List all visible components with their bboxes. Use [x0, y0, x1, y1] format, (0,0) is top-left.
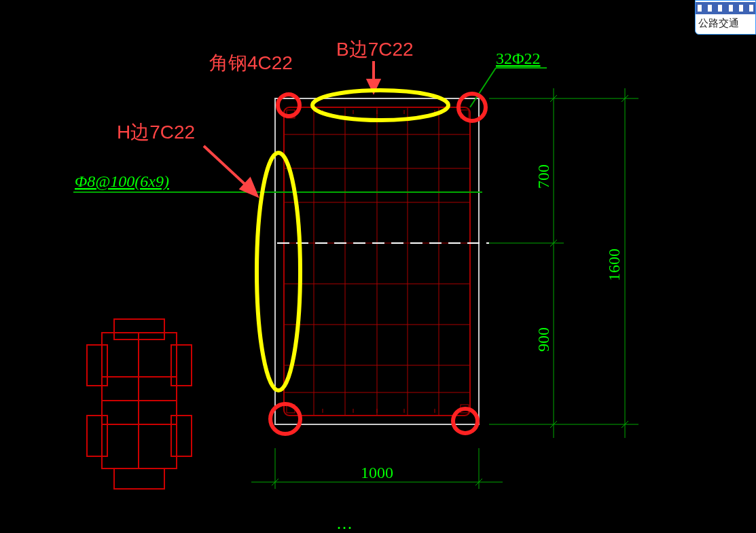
stirrup-spec-text: Φ8@100(6x9)	[75, 172, 169, 190]
highlight-ellipse-left	[257, 153, 300, 390]
svg-rect-56	[171, 416, 192, 456]
anno-h-edge-label: H边7C22	[117, 122, 195, 143]
dim-width-text: 1000	[361, 464, 393, 481]
highlight-circle-br	[453, 409, 478, 433]
anno-corner-label: 角钢4C22	[209, 52, 293, 73]
anno-b-edge-label: B边7C22	[336, 39, 414, 60]
dim-right-inner	[550, 88, 557, 438]
anno-h-edge-arrow	[204, 146, 257, 196]
bottom-truncated-label: ⋯	[326, 519, 435, 533]
svg-rect-55	[87, 416, 107, 456]
rebar-spec-text: 32Φ22	[496, 50, 541, 67]
svg-rect-54	[171, 345, 192, 386]
rebar-ticks-bottom	[323, 409, 435, 413]
highlight-ellipse-top	[312, 90, 448, 120]
vertical-rebar-lines	[314, 107, 439, 416]
cross-section-sketch	[87, 319, 192, 489]
anno-b-edge-arrow	[368, 61, 379, 92]
svg-text:⋯: ⋯	[336, 519, 353, 533]
dim-900-text: 900	[535, 327, 552, 352]
dim-700-text: 700	[535, 164, 552, 189]
sidebar-label: 公路交通	[696, 14, 755, 30]
svg-rect-53	[87, 345, 107, 386]
highlight-circle-tl	[278, 94, 300, 116]
cad-drawing-canvas: Φ8@100(6x9) 32Φ22 1000 700 900 1600 ⋯	[0, 0, 756, 533]
sidebar-title-row	[696, 2, 755, 14]
dim-1600-text: 1600	[605, 249, 623, 281]
sidebar-popup[interactable]: 公路交通	[695, 0, 756, 35]
rebar-ticks-top	[323, 110, 435, 114]
svg-rect-52	[114, 468, 164, 489]
